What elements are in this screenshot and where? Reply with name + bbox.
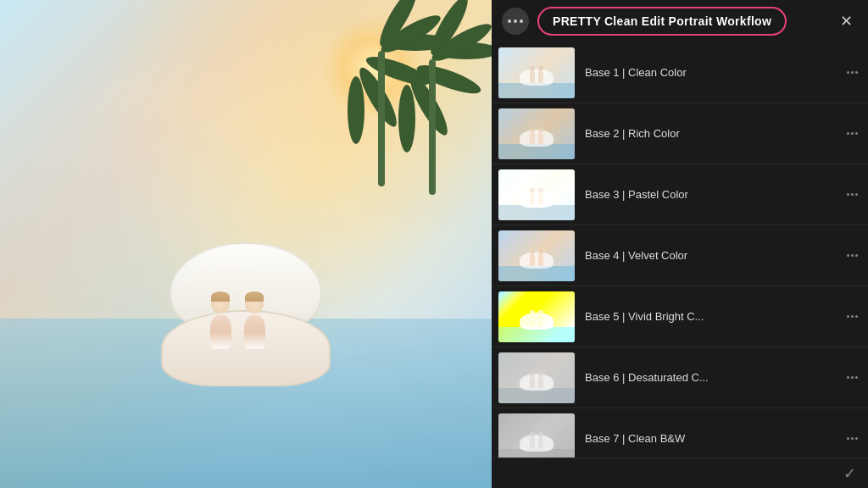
dot2 [514, 19, 517, 23]
thumb-figures [530, 254, 543, 266]
more-dot-2 [851, 71, 854, 74]
preset-name: Base 4 | Velvet Color [575, 249, 843, 262]
thumb-figures [530, 315, 543, 327]
thumb-figures [530, 71, 543, 83]
preset-thumbnail [498, 291, 575, 342]
thumb-fig-1 [530, 193, 535, 205]
preset-thumbnail [498, 47, 575, 98]
more-dot-2 [851, 193, 854, 196]
thumb-fig-2 [538, 71, 543, 83]
more-dot-3 [855, 132, 858, 135]
preset-more-button[interactable] [843, 68, 861, 77]
thumb-figures [530, 193, 543, 205]
more-dot-1 [847, 437, 849, 440]
right-panel: PRETTY Clean Edit Portrait Workflow ✕ Ba… [492, 0, 868, 488]
preset-thumbnail [498, 230, 575, 281]
preset-name: Base 2 | Rich Color [575, 127, 843, 140]
preset-more-button[interactable] [843, 312, 861, 321]
more-dot-3 [855, 71, 858, 74]
more-dot-1 [847, 132, 849, 135]
thumb-fig-2 [538, 193, 543, 205]
workflow-title-pill: PRETTY Clean Edit Portrait Workflow [537, 7, 787, 36]
thumb-fig-2 [538, 437, 543, 449]
thumb-fig-1 [530, 315, 535, 327]
thumb-fig-2 [538, 376, 543, 388]
preset-more-button[interactable] [843, 251, 861, 260]
more-options-button[interactable] [502, 8, 529, 35]
more-dot-1 [847, 193, 849, 196]
more-dot-3 [855, 437, 858, 440]
bottom-bar: ✓ [492, 458, 868, 488]
thumb-fig-2 [538, 254, 543, 266]
more-dot-1 [847, 71, 849, 74]
thumb-fig-1 [530, 71, 535, 83]
thumb-fig-2 [538, 132, 543, 144]
preset-thumbnail [498, 413, 575, 458]
preset-name: Base 5 | Vivid Bright C... [575, 310, 843, 323]
more-dot-2 [851, 132, 854, 135]
more-dot-3 [855, 376, 858, 379]
confirm-button[interactable]: ✓ [843, 464, 856, 483]
more-dot-1 [847, 315, 849, 318]
preset-list[interactable]: Base 1 | Clean Color Base 2 | Rich Color [492, 42, 868, 458]
dot3 [520, 19, 523, 23]
preset-item[interactable]: Base 3 | Pastel Color [492, 164, 868, 225]
palm-tree-1 [407, 25, 458, 195]
close-button[interactable]: ✕ [834, 9, 858, 33]
preset-item[interactable]: Base 4 | Velvet Color [492, 225, 868, 286]
preset-thumbnail [498, 169, 575, 220]
thumb-fig-1 [530, 376, 535, 388]
preset-thumbnail [498, 352, 575, 403]
more-dot-1 [847, 376, 849, 379]
preset-item[interactable]: Base 2 | Rich Color [492, 103, 868, 164]
workflow-title: PRETTY Clean Edit Portrait Workflow [553, 14, 771, 28]
thumb-fig-1 [530, 437, 535, 449]
palm-tree-2 [356, 17, 407, 186]
preset-item[interactable]: Base 1 | Clean Color [492, 42, 868, 103]
more-dot-2 [851, 376, 854, 379]
more-dot-3 [855, 193, 858, 196]
preset-name: Base 7 | Clean B&W [575, 432, 843, 445]
thumb-figures [530, 437, 543, 449]
workflow-title-container: PRETTY Clean Edit Portrait Workflow [537, 7, 826, 36]
more-dot-2 [851, 315, 854, 318]
more-dot-2 [851, 437, 854, 440]
preset-more-button[interactable] [843, 373, 861, 382]
more-dot-1 [847, 254, 849, 257]
photo-preview [0, 0, 492, 488]
thumb-fig-1 [530, 132, 535, 144]
thumb-fig-1 [530, 254, 535, 266]
preset-name: Base 1 | Clean Color [575, 66, 843, 79]
more-dot-3 [855, 315, 858, 318]
preset-item[interactable]: Base 6 | Desaturated C... [492, 347, 868, 408]
preset-item[interactable]: Base 5 | Vivid Bright C... [492, 286, 868, 347]
preset-thumbnail [498, 108, 575, 159]
thumb-fig-2 [538, 315, 543, 327]
thumb-figures [530, 376, 543, 388]
preset-item[interactable]: Base 7 | Clean B&W [492, 408, 868, 458]
more-dot-3 [855, 254, 858, 257]
preset-name: Base 3 | Pastel Color [575, 188, 843, 201]
dot1 [508, 19, 511, 23]
preset-more-button[interactable] [843, 434, 861, 443]
preset-more-button[interactable] [843, 190, 861, 199]
preset-name: Base 6 | Desaturated C... [575, 371, 843, 384]
shell-float [153, 285, 339, 386]
panel-header: PRETTY Clean Edit Portrait Workflow ✕ [492, 0, 868, 42]
more-dot-2 [851, 254, 854, 257]
thumb-figures [530, 132, 543, 144]
preset-more-button[interactable] [843, 129, 861, 138]
